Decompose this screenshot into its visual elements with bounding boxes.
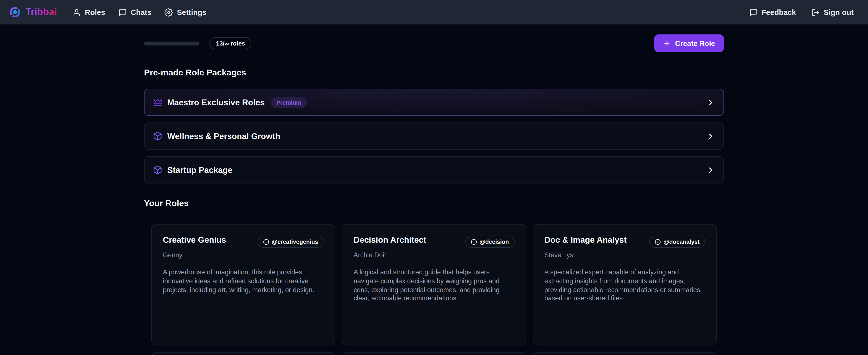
- chevron-right-icon: [706, 166, 715, 174]
- roles-usage-progress-bar: [144, 41, 199, 45]
- role-card-description: A specialized expert capable of analyzin…: [544, 268, 705, 303]
- feedback-label: Feedback: [762, 8, 796, 16]
- role-handle-label: @decision: [480, 238, 509, 245]
- package-row-startup[interactable]: Startup Package: [144, 156, 724, 183]
- chevron-right-icon: [706, 98, 715, 107]
- nav-settings-label: Settings: [177, 8, 207, 16]
- role-card-description: A logical and structured guide that help…: [354, 268, 515, 303]
- role-handle-badge[interactable]: @creativegenius: [257, 236, 323, 248]
- crown-icon: [153, 97, 162, 107]
- tribbai-logo-icon: [9, 6, 21, 18]
- role-handle-badge[interactable]: @docanalyst: [649, 236, 705, 248]
- role-card-subtitle: Genny: [163, 251, 324, 259]
- role-card-partial[interactable]: [342, 352, 526, 355]
- package-icon: [153, 131, 162, 141]
- package-title: Maestro Exclusive Roles: [167, 97, 265, 107]
- roles-header: 13/∞ roles Create Role: [144, 34, 724, 52]
- topbar: Tribbai Roles: [0, 0, 868, 25]
- role-card-subtitle: Archie Doit: [354, 251, 515, 259]
- role-card-subtitle: Steve Lyst: [544, 251, 705, 259]
- premium-badge: Premium: [271, 97, 307, 108]
- role-handle-label: @docanalyst: [663, 238, 700, 245]
- role-card-title: Doc & Image Analyst: [544, 235, 626, 244]
- role-cards-grid-partial: [144, 352, 724, 355]
- feedback-icon: [749, 8, 757, 16]
- info-icon: [263, 239, 269, 245]
- sign-out-label: Sign out: [824, 8, 854, 16]
- role-card-decision-architect[interactable]: Decision Architect @decision Archie Doit…: [342, 224, 526, 345]
- role-handle-label: @creativegenius: [272, 238, 318, 245]
- nav-roles[interactable]: Roles: [72, 8, 105, 16]
- plus-icon: [663, 39, 671, 47]
- create-role-label: Create Role: [675, 39, 715, 47]
- premade-packages-heading: Pre-made Role Packages: [144, 68, 724, 78]
- nav-settings[interactable]: Settings: [165, 8, 207, 16]
- package-title: Wellness & Personal Growth: [167, 131, 280, 141]
- user-icon: [72, 8, 81, 16]
- roles-usage-badge: 13/∞ roles: [210, 37, 252, 49]
- sign-out-button[interactable]: Sign out: [811, 8, 854, 16]
- your-roles-heading: Your Roles: [144, 199, 724, 208]
- brand[interactable]: Tribbai: [9, 6, 57, 18]
- role-handle-badge[interactable]: @decision: [465, 236, 514, 248]
- package-title: Startup Package: [167, 165, 232, 175]
- role-card-doc-image-analyst[interactable]: Doc & Image Analyst @docanalyst Steve Ly…: [533, 224, 717, 345]
- main-nav: Roles Chats: [72, 8, 207, 16]
- package-row-wellness[interactable]: Wellness & Personal Growth: [144, 122, 724, 150]
- role-card-creative-genius[interactable]: Creative Genius @creativegenius Genny A …: [151, 224, 335, 345]
- nav-chats[interactable]: Chats: [119, 8, 151, 16]
- sign-out-icon: [811, 8, 820, 16]
- role-card-title: Creative Genius: [163, 235, 226, 244]
- create-role-button[interactable]: Create Role: [654, 34, 724, 52]
- role-card-partial[interactable]: [533, 352, 717, 355]
- nav-chats-label: Chats: [131, 8, 151, 16]
- package-row-maestro[interactable]: Maestro Exclusive Roles Premium: [144, 89, 724, 116]
- brand-name: Tribbai: [26, 7, 57, 18]
- role-card-partial[interactable]: [151, 352, 335, 355]
- package-list: Maestro Exclusive Roles Premium Wellness: [144, 89, 724, 183]
- role-card-description: A powerhouse of imagination, this role p…: [163, 268, 324, 295]
- role-cards-grid: Creative Genius @creativegenius Genny A …: [144, 224, 724, 345]
- nav-roles-label: Roles: [85, 8, 105, 16]
- package-icon: [153, 165, 162, 175]
- chat-icon: [119, 8, 127, 16]
- info-icon: [655, 239, 661, 245]
- role-card-title: Decision Architect: [354, 235, 426, 244]
- feedback-button[interactable]: Feedback: [749, 8, 796, 16]
- info-icon: [471, 239, 477, 245]
- chevron-right-icon: [706, 131, 715, 141]
- gear-icon: [165, 8, 173, 16]
- main-content: 13/∞ roles Create Role Pre-made Role Pac…: [144, 34, 724, 355]
